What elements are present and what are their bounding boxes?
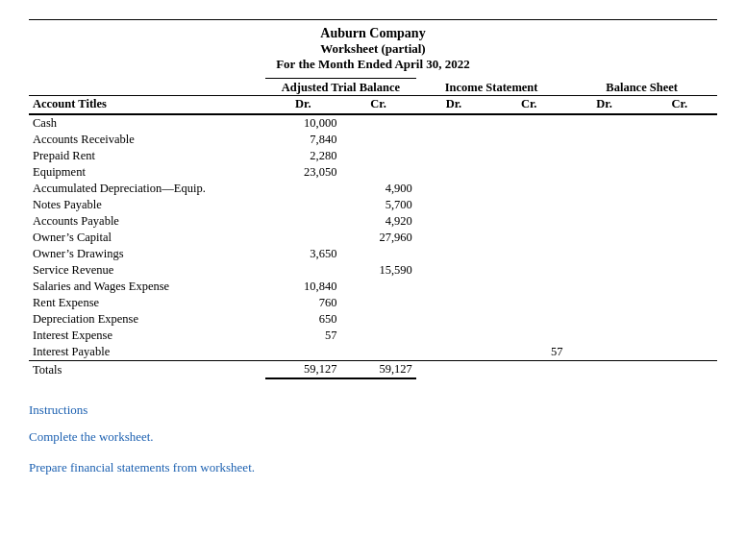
- bs-header: Balance Sheet: [566, 79, 717, 96]
- totals-cell: 59,127: [340, 361, 415, 379]
- bs-cr-cell: [642, 328, 717, 344]
- is-dr-cell: [416, 246, 491, 262]
- bs-cr-cell: [642, 344, 717, 361]
- bs-dr-cell: [566, 132, 641, 148]
- bs-dr-cell: [566, 295, 641, 311]
- totals-cell: 59,127: [265, 361, 340, 379]
- is-dr-cell: [416, 311, 491, 328]
- account-cell: Accounts Payable: [29, 213, 265, 230]
- account-cell: Rent Expense: [29, 295, 265, 311]
- atb-cr-cell: [340, 328, 415, 344]
- is-dr-cell: [416, 181, 491, 197]
- worksheet-title: Worksheet (partial): [29, 41, 717, 57]
- instruction-item-2: Prepare financial statements from worksh…: [29, 460, 717, 475]
- is-dr-cell: [416, 344, 491, 361]
- totals-cell: [416, 361, 491, 379]
- atb-cr-cell: [340, 164, 415, 181]
- is-cr-header: Cr.: [491, 96, 566, 115]
- atb-cr-cell: [340, 114, 415, 132]
- table-row: Owner’s Drawings3,650: [29, 246, 717, 262]
- totals-row: Totals59,12759,127: [29, 361, 717, 379]
- atb-cr-cell: [340, 279, 415, 295]
- table-row: Owner’s Capital27,960: [29, 230, 717, 246]
- is-dr-cell: [416, 279, 491, 295]
- account-cell: Interest Payable: [29, 344, 265, 361]
- table-row: Accounts Payable4,920: [29, 213, 717, 230]
- instructions-section: Instructions Complete the worksheet. Pre…: [29, 402, 717, 475]
- is-dr-cell: [416, 148, 491, 164]
- is-dr-cell: [416, 328, 491, 344]
- atb-dr-cell: 57: [265, 328, 340, 344]
- atb-cr-cell: [340, 132, 415, 148]
- bs-cr-cell: [642, 246, 717, 262]
- account-cell: Accounts Receivable: [29, 132, 265, 148]
- atb-dr-cell: 650: [265, 311, 340, 328]
- bs-dr-cell: [566, 164, 641, 181]
- atb-cr-cell: [340, 311, 415, 328]
- atb-cr-cell: 15,590: [340, 262, 415, 279]
- table-row: Salaries and Wages Expense10,840: [29, 279, 717, 295]
- is-dr-cell: [416, 132, 491, 148]
- account-titles-header: Account Titles: [29, 96, 265, 115]
- atb-dr-cell: [265, 344, 340, 361]
- is-cr-cell: [491, 328, 566, 344]
- is-cr-cell: [491, 164, 566, 181]
- atb-dr-cell: [265, 181, 340, 197]
- is-cr-cell: [491, 197, 566, 213]
- is-dr-cell: [416, 295, 491, 311]
- bs-dr-cell: [566, 246, 641, 262]
- is-dr-cell: [416, 230, 491, 246]
- bs-dr-header: Dr.: [566, 96, 641, 115]
- bs-cr-cell: [642, 262, 717, 279]
- totals-cell: [491, 361, 566, 379]
- atb-dr-cell: 10,840: [265, 279, 340, 295]
- atb-cr-cell: [340, 295, 415, 311]
- account-cell: Interest Expense: [29, 328, 265, 344]
- is-cr-cell: 57: [491, 344, 566, 361]
- atb-dr-cell: 7,840: [265, 132, 340, 148]
- bs-dr-cell: [566, 279, 641, 295]
- atb-dr-cell: [265, 197, 340, 213]
- is-dr-header: Dr.: [416, 96, 491, 115]
- atb-dr-cell: [265, 230, 340, 246]
- account-cell: Notes Payable: [29, 197, 265, 213]
- account-cell: Owner’s Drawings: [29, 246, 265, 262]
- bs-dr-cell: [566, 114, 641, 132]
- atb-dr-cell: 2,280: [265, 148, 340, 164]
- is-cr-cell: [491, 114, 566, 132]
- period-label: For the Month Ended April 30, 2022: [29, 57, 717, 72]
- atb-cr-cell: [340, 148, 415, 164]
- atb-cr-cell: [340, 344, 415, 361]
- bs-dr-cell: [566, 181, 641, 197]
- bs-cr-cell: [642, 295, 717, 311]
- bs-cr-header: Cr.: [642, 96, 717, 115]
- table-row: Service Revenue15,590: [29, 262, 717, 279]
- table-row: Prepaid Rent2,280: [29, 148, 717, 164]
- is-cr-cell: [491, 279, 566, 295]
- worksheet-table: Adjusted Trial Balance Income Statement …: [29, 78, 717, 379]
- company-name: Auburn Company: [29, 26, 717, 41]
- account-col-header: [29, 79, 265, 96]
- account-cell: Equipment: [29, 164, 265, 181]
- is-cr-cell: [491, 295, 566, 311]
- table-row: Accumulated Depreciation—Equip.4,900: [29, 181, 717, 197]
- table-row: Accounts Receivable7,840: [29, 132, 717, 148]
- atb-cr-cell: [340, 246, 415, 262]
- atb-header: Adjusted Trial Balance: [265, 79, 416, 96]
- atb-cr-cell: 27,960: [340, 230, 415, 246]
- worksheet-header: Auburn Company Worksheet (partial) For t…: [29, 26, 717, 72]
- account-cell: Prepaid Rent: [29, 148, 265, 164]
- bs-cr-cell: [642, 132, 717, 148]
- account-cell: Cash: [29, 114, 265, 132]
- bs-cr-cell: [642, 213, 717, 230]
- account-cell: Owner’s Capital: [29, 230, 265, 246]
- is-dr-cell: [416, 262, 491, 279]
- table-row: Notes Payable5,700: [29, 197, 717, 213]
- bs-dr-cell: [566, 230, 641, 246]
- is-header: Income Statement: [416, 79, 567, 96]
- bs-dr-cell: [566, 311, 641, 328]
- is-cr-cell: [491, 246, 566, 262]
- atb-dr-cell: 760: [265, 295, 340, 311]
- atb-dr-cell: 10,000: [265, 114, 340, 132]
- table-row: Interest Expense57: [29, 328, 717, 344]
